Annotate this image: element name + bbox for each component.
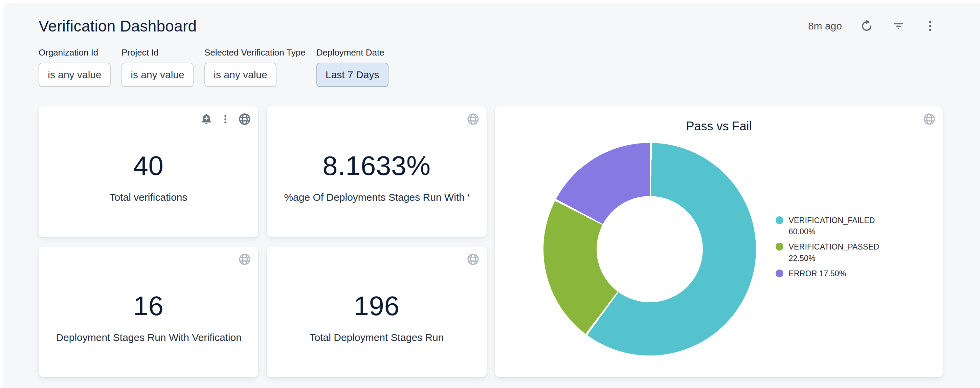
tile-value: 16 — [133, 291, 164, 322]
legend-item-verification-passed[interactable]: VERIFICATION_PASSED 22.50% — [776, 241, 895, 264]
dashboard-pane: Verification Dashboard 8m ago — [3, 3, 980, 388]
legend-label: VERIFICATION_PASSED 22.50% — [789, 241, 895, 264]
page-title: Verification Dashboard — [38, 17, 197, 35]
filter-icon[interactable] — [891, 19, 905, 33]
legend-swatch — [776, 216, 783, 224]
tile-value: 196 — [354, 291, 400, 322]
filter-deployment-date: Deployment Date Last 7 Days — [317, 47, 388, 87]
tile-icon-row — [200, 112, 251, 126]
globe-icon[interactable] — [238, 252, 251, 266]
pass-vs-fail-card: Pass vs Fail VERIFICATION_FAILED 60.00% … — [495, 106, 943, 377]
legend-label: VERIFICATION_FAILED 60.00% — [789, 215, 895, 238]
header-actions: 8m ago — [808, 19, 937, 33]
notification-add-icon[interactable] — [200, 113, 213, 126]
tile-label: %age Of Deployments Stages Run With V… — [284, 192, 469, 203]
tile-label: Total verifications — [109, 192, 187, 203]
kebab-menu-icon[interactable] — [220, 113, 231, 126]
legend-label: ERROR 17.50% — [789, 268, 846, 279]
globe-icon[interactable] — [466, 112, 480, 126]
tile-value: 40 — [133, 150, 164, 182]
tile-label: Total Deployment Stages Run — [310, 332, 444, 343]
tile-icon-row — [923, 112, 936, 126]
filter-label: Project Id — [121, 47, 194, 58]
cards-grid: 40 Total verifications 8.1633% %age Of D… — [38, 106, 943, 377]
globe-icon[interactable] — [238, 112, 251, 126]
chart-body: VERIFICATION_FAILED 60.00% VERIFICATION_… — [495, 133, 943, 377]
tile-total-verifications: 40 Total verifications — [38, 106, 258, 237]
filter-project-id: Project Id is any value — [121, 47, 194, 87]
dashboard-header: Verification Dashboard 8m ago — [38, 17, 943, 35]
tile-icon-row — [466, 112, 480, 126]
legend-item-verification-failed[interactable]: VERIFICATION_FAILED 60.00% — [776, 215, 895, 238]
filter-organization-id: Organization Id is any value — [38, 47, 111, 87]
tile-total-deployment-stages-run: 196 Total Deployment Stages Run — [267, 246, 487, 377]
filter-bar: Organization Id is any value Project Id … — [38, 47, 943, 87]
refresh-icon[interactable] — [859, 19, 874, 33]
kebab-menu-icon[interactable] — [923, 19, 937, 33]
tile-stages-run-with-verification: 16 Deployment Stages Run With Verificati… — [38, 246, 258, 377]
globe-icon[interactable] — [923, 112, 936, 126]
chart-legend: VERIFICATION_FAILED 60.00% VERIFICATION_… — [776, 215, 895, 284]
globe-icon[interactable] — [466, 252, 480, 266]
filter-value-organization-id[interactable]: is any value — [38, 62, 111, 87]
filter-value-selected-verification-type[interactable]: is any value — [204, 62, 277, 87]
legend-swatch — [776, 270, 783, 277]
tile-label: Deployment Stages Run With Verification — [56, 332, 240, 343]
last-refresh-time: 8m ago — [808, 20, 842, 32]
tile-icon-row — [466, 252, 480, 266]
filter-label: Selected Verification Type — [204, 47, 305, 58]
chart-title: Pass vs Fail — [495, 119, 943, 133]
filter-label: Deployment Date — [317, 47, 388, 58]
tile-percentage-stages-with-verification: 8.1633% %age Of Deployments Stages Run W… — [267, 106, 487, 237]
filter-value-deployment-date[interactable]: Last 7 Days — [317, 62, 388, 87]
filter-value-project-id[interactable]: is any value — [121, 62, 194, 87]
legend-item-error[interactable]: ERROR 17.50% — [776, 268, 895, 279]
filter-selected-verification-type: Selected Verification Type is any value — [204, 47, 305, 87]
filter-label: Organization Id — [38, 47, 111, 58]
tile-value: 8.1633% — [323, 150, 430, 182]
pass-vs-fail-donut[interactable] — [544, 143, 756, 356]
tile-icon-row — [238, 252, 251, 266]
legend-swatch — [776, 243, 783, 251]
